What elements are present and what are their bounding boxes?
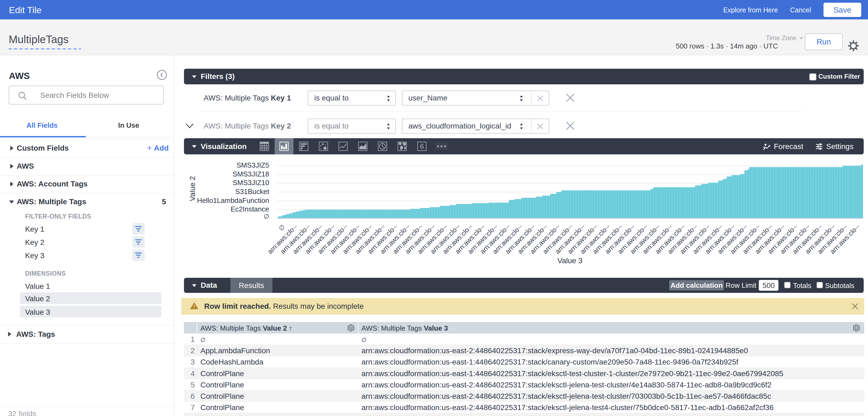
svg-text:6: 6	[420, 142, 424, 150]
